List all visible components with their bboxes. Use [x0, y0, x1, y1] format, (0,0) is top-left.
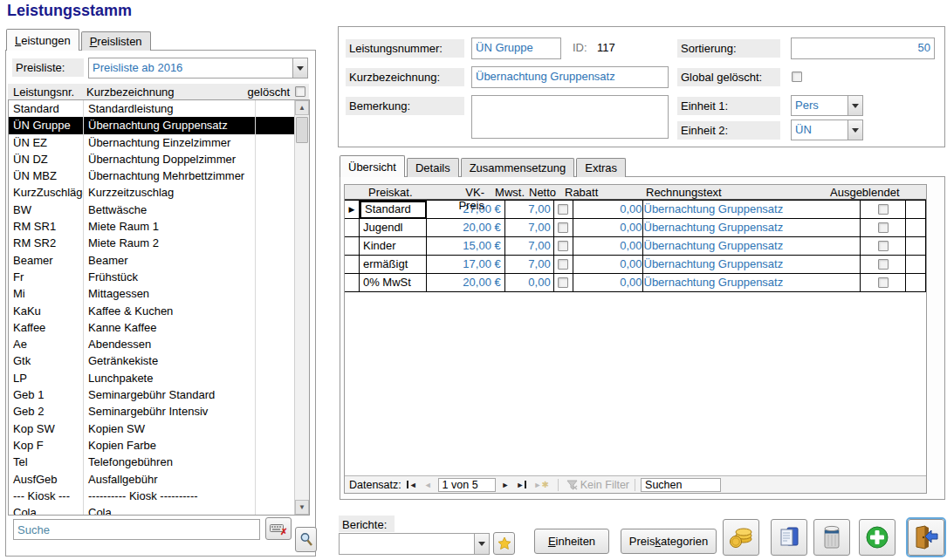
list-item[interactable]: ÜN MBZÜbernachtung Mehrbettzimmer	[9, 167, 294, 184]
bemerkung-textarea[interactable]	[471, 95, 669, 139]
first-record-icon[interactable]: ◄	[407, 481, 417, 489]
scrollbar-thumb[interactable]	[296, 117, 308, 143]
rechnungstext-cell[interactable]: Übernachtung Gruppensatz	[643, 219, 861, 237]
tab-preislisten[interactable]: Preislisten	[81, 31, 151, 51]
rabatt-cell[interactable]: 0,00	[573, 219, 643, 237]
preiskat-cell[interactable]: Kinder	[360, 237, 427, 256]
einheiten-button[interactable]: Einheiten	[534, 529, 609, 554]
preisliste-combobox[interactable]: Preisliste ab 2016	[88, 58, 308, 79]
list-item[interactable]: ÜN EZÜbernachtung Einzelzimmer	[9, 134, 294, 151]
list-item[interactable]: LPLunchpakete	[9, 370, 294, 386]
sortierung-input[interactable]: 50	[791, 38, 935, 59]
ausgeblendet-checkbox[interactable]	[878, 241, 889, 251]
rabatt-cell[interactable]: 0,00	[573, 201, 643, 219]
tab-leistungen[interactable]: Leistungen	[6, 29, 79, 51]
rabatt-cell[interactable]: 0,00	[573, 256, 643, 274]
mwst-cell[interactable]: 7,00	[505, 219, 554, 237]
rechnungstext-cell[interactable]: Übernachtung Gruppensatz	[643, 201, 861, 219]
ausgeblendet-checkbox[interactable]	[878, 277, 889, 288]
search-input[interactable]	[13, 519, 260, 540]
list-item[interactable]: BeamerBeamer	[9, 252, 294, 269]
list-scrollbar[interactable]: ▲ ▼	[294, 100, 309, 515]
vkpreis-cell[interactable]: 15,00 €	[427, 237, 505, 256]
list-item[interactable]: RM SR1Miete Raum 1	[9, 218, 294, 235]
rechnungstext-cell[interactable]: Übernachtung Gruppensatz	[643, 274, 861, 292]
list-item[interactable]: --- Kiosk ------------- Kiosk ----------	[9, 488, 294, 504]
vkpreis-cell[interactable]: 20,00 €	[427, 274, 505, 292]
list-item[interactable]: KaffeeKanne Kaffee	[9, 319, 294, 336]
list-item[interactable]: AeAbendessen	[9, 336, 294, 352]
neu-button[interactable]	[859, 519, 896, 556]
einheit2-combobox[interactable]: ÜN	[791, 120, 863, 140]
tab-details[interactable]: Details	[407, 158, 459, 177]
list-item[interactable]: ColaCola	[9, 504, 294, 515]
previous-record-icon[interactable]: ◄	[424, 481, 432, 489]
netto-checkbox[interactable]	[558, 259, 568, 270]
list-item[interactable]: Kop SWKopien SW	[9, 420, 294, 437]
berichte-combobox[interactable]	[339, 533, 490, 555]
record-selector[interactable]	[345, 274, 360, 292]
preise-button[interactable]	[723, 519, 759, 556]
record-selector[interactable]	[345, 256, 360, 274]
scroll-up-icon[interactable]: ▲	[295, 100, 309, 115]
preiskat-cell[interactable]: ermäßigt	[360, 256, 427, 274]
report-favorite-button[interactable]	[493, 532, 515, 555]
record-position[interactable]: 1 von 5	[438, 478, 496, 492]
ausgeblendet-checkbox[interactable]	[878, 259, 889, 270]
rechnungstext-cell[interactable]: Übernachtung Gruppensatz	[643, 256, 861, 274]
mwst-cell[interactable]: 0,00	[505, 274, 554, 292]
vkpreis-cell[interactable]: 17,00 €	[427, 256, 505, 274]
list-item[interactable]: ÜN DZÜbernachtung Doppelzimmer	[9, 151, 294, 167]
list-item[interactable]: RM SR2Miete Raum 2	[9, 235, 294, 251]
preiskat-cell[interactable]: Standard	[360, 201, 427, 219]
beenden-button[interactable]	[908, 519, 944, 556]
geloescht-filter-checkbox[interactable]	[295, 86, 305, 97]
preiskategorien-button[interactable]: Preiskategorien	[621, 529, 717, 554]
mwst-cell[interactable]: 7,00	[505, 201, 554, 219]
global-geloescht-checkbox[interactable]	[792, 72, 802, 82]
mwst-cell[interactable]: 7,00	[505, 237, 554, 256]
record-selector[interactable]	[345, 219, 360, 237]
list-item[interactable]: StandardStandardleistung	[9, 100, 294, 117]
list-item[interactable]: GtkGetränkekiste	[9, 352, 294, 369]
list-item[interactable]: Geb 2Seminargebühr Intensiv	[9, 403, 294, 420]
leistungsnummer-input[interactable]: ÜN Gruppe	[471, 38, 561, 59]
vkpreis-cell[interactable]: 20,00 €	[427, 219, 505, 237]
list-item[interactable]: FrFrühstück	[9, 269, 294, 285]
preiskat-cell[interactable]: 0% MwSt	[360, 274, 427, 292]
list-item[interactable]: ÜN GruppeÜbernachtung Gruppensatz	[9, 117, 294, 133]
last-record-icon[interactable]: ►	[517, 481, 527, 489]
loeschen-button[interactable]	[813, 519, 850, 556]
clear-search-button[interactable]: ✗	[265, 517, 292, 540]
mwst-cell[interactable]: 7,00	[505, 256, 554, 274]
list-item[interactable]: KaKuKaffee & Kuchen	[9, 303, 294, 319]
tab-uebersicht[interactable]: Übersicht	[340, 155, 405, 177]
tab-extras[interactable]: Extras	[576, 158, 626, 177]
einheit1-combobox[interactable]: Pers	[791, 95, 863, 116]
netto-checkbox[interactable]	[558, 204, 568, 215]
record-selector[interactable]: ▶	[345, 201, 360, 219]
tab-zusammensetzung[interactable]: Zusammensetzung	[461, 158, 575, 177]
rabatt-cell[interactable]: 0,00	[573, 237, 643, 256]
list-item[interactable]: TelTelefongebühren	[9, 454, 294, 470]
ausgeblendet-checkbox[interactable]	[878, 204, 889, 215]
preiskat-cell[interactable]: Jugendl	[360, 219, 427, 237]
record-search-input[interactable]	[641, 478, 721, 492]
next-record-icon[interactable]: ►	[502, 481, 510, 489]
list-item[interactable]: KurzZuschlägeKurzzeitzuschlag	[9, 184, 294, 201]
list-item[interactable]: Geb 1Seminargebühr Standard	[9, 386, 294, 403]
list-item[interactable]: AusfGebAusfallgebühr	[9, 471, 294, 488]
search-button[interactable]	[295, 527, 317, 552]
record-selector[interactable]	[345, 237, 360, 256]
new-record-icon[interactable]: ►✱	[533, 480, 548, 489]
netto-checkbox[interactable]	[558, 277, 568, 288]
ausgeblendet-checkbox[interactable]	[878, 222, 889, 233]
kurzbezeichnung-input[interactable]: Übernachtung Gruppensatz	[471, 66, 669, 88]
rechnungstext-cell[interactable]: Übernachtung Gruppensatz	[643, 237, 861, 256]
kopieren-button[interactable]	[771, 519, 807, 556]
rabatt-cell[interactable]: 0,00	[573, 274, 643, 292]
list-item[interactable]: BWBettwäsche	[9, 201, 294, 218]
list-item[interactable]: MiMittagessen	[9, 285, 294, 302]
netto-checkbox[interactable]	[558, 241, 568, 251]
list-item[interactable]: Kop FKopien Farbe	[9, 437, 294, 454]
